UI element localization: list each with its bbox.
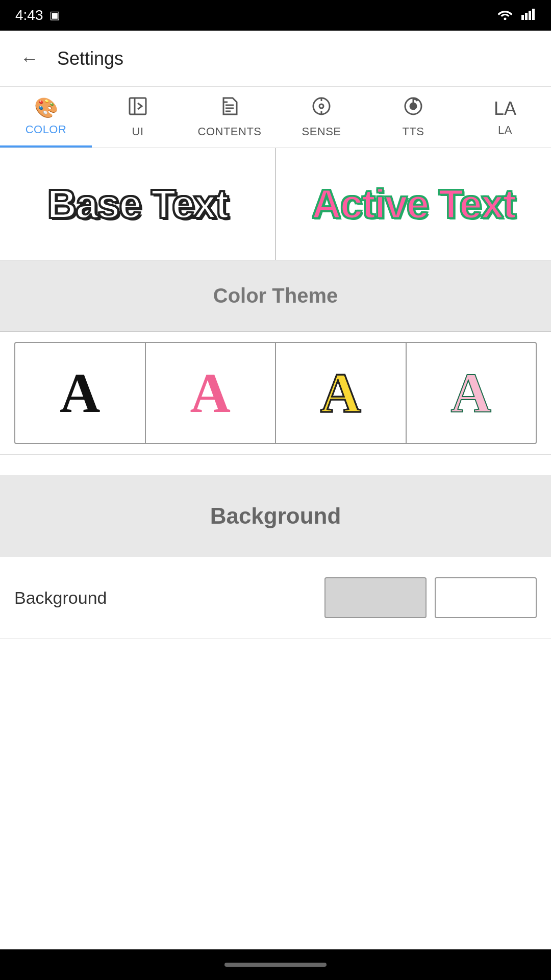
tab-color[interactable]: 🎨 COLOR <box>0 87 92 148</box>
svg-rect-2 <box>525 13 528 20</box>
status-bar: 4:43 ▣ <box>0 0 551 31</box>
color-tab-icon: 🎨 <box>34 96 58 119</box>
svg-point-16 <box>410 103 416 109</box>
app-bar: ← Settings <box>0 31 551 87</box>
color-tab-label: COLOR <box>26 123 67 136</box>
theme-option-4[interactable]: A <box>407 342 537 444</box>
background-controls <box>324 577 537 618</box>
la-tab-label: LA <box>498 124 512 137</box>
active-text-display: Active Text <box>312 181 515 228</box>
color-theme-title: Color Theme <box>213 284 338 307</box>
background-label: Background <box>14 588 107 608</box>
text-preview-section: Base Text Active Text <box>0 148 551 260</box>
theme-option-2[interactable]: A <box>146 342 277 444</box>
ui-tab-label: UI <box>132 125 144 138</box>
tab-la[interactable]: LA LA <box>459 87 551 148</box>
tab-contents[interactable]: CONTENTS <box>184 87 276 148</box>
tab-ui[interactable]: UI <box>92 87 184 148</box>
tab-bar: 🎨 COLOR UI CONTENTS <box>0 87 551 148</box>
base-text-preview[interactable]: Base Text <box>0 148 276 260</box>
background-button-1[interactable] <box>324 577 427 618</box>
ui-tab-icon <box>128 96 148 121</box>
active-text-preview[interactable]: Active Text <box>276 148 551 260</box>
svg-rect-4 <box>532 9 535 20</box>
sense-tab-label: SENSE <box>302 125 341 138</box>
svg-point-12 <box>319 104 323 108</box>
theme-a-yellow-black: A <box>320 361 361 426</box>
theme-a-pink: A <box>190 361 231 426</box>
color-theme-section-header: Color Theme <box>0 260 551 332</box>
back-arrow-icon: ← <box>20 48 39 69</box>
background-row: Background <box>0 557 551 639</box>
background-button-2[interactable] <box>435 577 537 618</box>
bottom-nav-bar <box>0 949 551 980</box>
svg-rect-1 <box>521 15 524 20</box>
la-tab-icon: LA <box>494 98 516 119</box>
sim-icon: ▣ <box>49 9 60 22</box>
theme-options-container: A A A A <box>0 332 551 455</box>
theme-a-pink-green: A <box>451 361 491 426</box>
theme-a-plain: A <box>60 361 100 426</box>
svg-rect-3 <box>529 11 531 20</box>
theme-option-1[interactable]: A <box>14 342 146 444</box>
tab-sense[interactable]: SENSE <box>276 87 367 148</box>
tab-tts[interactable]: TTS <box>367 87 459 148</box>
svg-rect-5 <box>130 98 146 114</box>
signal-icon <box>521 7 536 23</box>
page-title: Settings <box>57 48 123 69</box>
wifi-icon <box>497 7 513 23</box>
theme-option-3[interactable]: A <box>276 342 407 444</box>
contents-tab-label: CONTENTS <box>198 125 262 138</box>
background-section-title: Background <box>210 503 341 529</box>
back-button[interactable]: ← <box>14 43 45 74</box>
sense-tab-icon <box>311 96 332 121</box>
home-indicator <box>224 963 327 967</box>
svg-point-0 <box>504 18 507 20</box>
background-section-header: Background <box>0 475 551 557</box>
tts-tab-label: TTS <box>402 125 424 138</box>
contents-tab-icon <box>219 96 240 121</box>
base-text-display: Base Text <box>47 181 228 228</box>
time-display: 4:43 <box>15 7 43 23</box>
tts-tab-icon <box>403 96 423 121</box>
